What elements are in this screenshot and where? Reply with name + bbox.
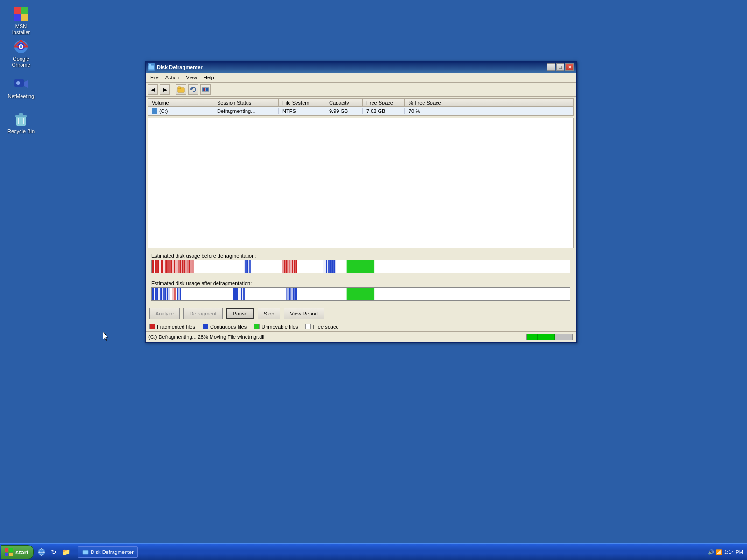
start-button[interactable]: start — [1, 545, 34, 559]
svg-rect-25 — [206, 88, 208, 91]
svg-rect-126 — [292, 288, 292, 300]
disk-small-icon — [152, 108, 157, 114]
svg-rect-109 — [179, 288, 179, 300]
svg-rect-120 — [244, 288, 245, 300]
svg-rect-90 — [374, 260, 570, 273]
taskbar: start ↻ 📁 Disk Defragmenter 🔊 📶 1:14 PM — [0, 543, 747, 560]
pause-button[interactable]: Pause — [226, 308, 254, 319]
svg-rect-56 — [191, 260, 191, 273]
svg-rect-50 — [183, 260, 184, 273]
stop-button[interactable]: Stop — [258, 308, 281, 319]
svg-rect-68 — [284, 260, 285, 273]
svg-rect-125 — [290, 288, 291, 300]
svg-rect-30 — [157, 260, 158, 273]
td-volume: (C:) — [148, 108, 213, 114]
svg-rect-28 — [155, 260, 155, 273]
svg-marker-140 — [103, 331, 108, 341]
svg-rect-114 — [235, 288, 237, 300]
svg-rect-124 — [289, 288, 290, 300]
svg-rect-87 — [334, 260, 335, 273]
svg-rect-57 — [192, 260, 193, 273]
svg-rect-127 — [293, 288, 294, 300]
menu-file[interactable]: File — [148, 74, 162, 81]
svg-rect-105 — [173, 288, 173, 300]
after-bar — [151, 287, 570, 301]
msn-installer-label: MSN Installer — [7, 23, 35, 35]
before-defrag-section: Estimated disk usage before defragmentat… — [148, 250, 574, 276]
svg-rect-46 — [178, 260, 179, 273]
buttons-area: Analyze Defragment Pause Stop View Repor… — [146, 305, 576, 322]
windows-logo — [4, 547, 14, 557]
th-capacity: Capacity — [325, 99, 363, 106]
svg-rect-132 — [5, 548, 8, 552]
msn-installer-icon[interactable]: MSN Installer — [5, 5, 37, 37]
netmeeting-icon[interactable]: NetMeeting — [5, 75, 37, 101]
defragment-button[interactable]: Defragment — [183, 308, 222, 319]
svg-rect-45 — [177, 260, 177, 273]
legend-free: Free space — [305, 324, 338, 329]
window-controls: _ □ ✕ — [547, 63, 574, 71]
svg-rect-1 — [21, 7, 28, 14]
svg-rect-74 — [292, 260, 293, 273]
svg-rect-43 — [174, 260, 175, 273]
svg-rect-55 — [189, 260, 190, 273]
svg-rect-48 — [180, 260, 181, 273]
main-display-area — [148, 118, 574, 248]
svg-rect-26 — [152, 260, 153, 273]
svg-rect-92 — [153, 288, 154, 300]
view-report-button[interactable]: View Report — [284, 308, 324, 319]
free-color — [305, 324, 311, 329]
legend-contiguous: Contiguous files — [203, 324, 247, 329]
folder-quick-btn[interactable]: 📁 — [61, 547, 71, 557]
svg-rect-111 — [184, 288, 231, 300]
refresh-button[interactable] — [188, 84, 198, 95]
svg-rect-33 — [161, 260, 162, 273]
svg-rect-96 — [159, 288, 159, 300]
taskbar-app-label: Disk Defragmenter — [91, 549, 134, 555]
svg-rect-88 — [336, 260, 336, 273]
svg-rect-76 — [295, 260, 296, 273]
svg-rect-37 — [166, 260, 168, 273]
svg-rect-85 — [331, 260, 332, 273]
th-pct: % Free Space — [405, 99, 451, 106]
maximize-button[interactable]: □ — [556, 63, 564, 71]
folder-button[interactable] — [176, 84, 186, 95]
recycle-bin-icon[interactable]: Recycle Bin — [5, 110, 37, 136]
svg-rect-71 — [289, 260, 289, 273]
legend-fragmented: Fragmented files — [149, 324, 195, 329]
svg-rect-89 — [347, 260, 375, 273]
google-chrome-icon[interactable]: Google Chrome — [5, 37, 37, 70]
taskbar-disk-defrag[interactable]: Disk Defragmenter — [78, 546, 138, 558]
menu-help[interactable]: Help — [201, 74, 217, 81]
ie-quick-btn[interactable] — [36, 547, 47, 557]
back-button[interactable]: ◀ — [148, 84, 158, 95]
svg-rect-67 — [283, 260, 283, 273]
refresh-quick-btn[interactable]: ↻ — [49, 547, 59, 557]
analyze-button[interactable]: Analyze — [149, 308, 180, 319]
svg-rect-62 — [247, 260, 248, 273]
defrag-toolbar-button[interactable] — [200, 84, 211, 95]
free-label: Free space — [313, 324, 338, 329]
svg-rect-0 — [14, 7, 21, 14]
menu-view[interactable]: View — [183, 74, 200, 81]
svg-rect-29 — [155, 260, 157, 273]
svg-rect-61 — [246, 260, 247, 273]
svg-rect-98 — [161, 288, 162, 300]
cursor — [103, 331, 109, 343]
svg-rect-20 — [178, 87, 181, 89]
svg-rect-40 — [170, 260, 171, 273]
minimize-button[interactable]: _ — [547, 63, 555, 71]
netmeeting-icon-img — [14, 77, 28, 91]
td-pct: 70 % — [405, 108, 451, 114]
svg-rect-131 — [374, 288, 570, 300]
svg-rect-73 — [291, 260, 291, 273]
forward-button[interactable]: ▶ — [160, 84, 170, 95]
svg-rect-36 — [165, 260, 166, 273]
taskbar-tray: 🔊 📶 1:14 PM — [704, 549, 747, 555]
svg-rect-119 — [243, 288, 244, 300]
svg-rect-41 — [171, 260, 172, 273]
close-button[interactable]: ✕ — [565, 63, 574, 71]
table-row[interactable]: (C:) Defragmenting... NTFS 9.99 GB 7.02 … — [148, 107, 573, 115]
svg-rect-118 — [241, 288, 242, 300]
menu-action[interactable]: Action — [162, 74, 183, 81]
